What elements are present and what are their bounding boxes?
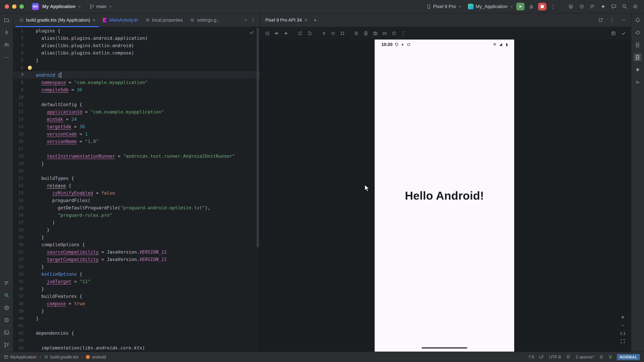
- device-selector[interactable]: Pixel 9 Pro: [426, 4, 462, 9]
- code-line[interactable]: 28 }: [14, 226, 260, 234]
- line-number[interactable]: 2: [14, 34, 24, 42]
- line-number[interactable]: 31: [14, 248, 24, 256]
- code-line[interactable]: 15 versionCode = 1: [14, 130, 260, 138]
- code-line[interactable]: 27 ): [14, 219, 260, 226]
- line-number[interactable]: 15: [14, 130, 24, 138]
- code-line[interactable]: 3 alias(libs.plugins.kotlin.android): [14, 42, 260, 49]
- line-number[interactable]: 43: [14, 337, 24, 344]
- code-line[interactable]: 30 compileOptions {: [14, 241, 260, 248]
- code-line[interactable]: 17: [14, 145, 260, 152]
- code-line[interactable]: 10: [14, 93, 260, 101]
- line-number[interactable]: 16: [14, 138, 24, 145]
- sidebar-logcat-button[interactable]: [2, 279, 10, 287]
- debug-button[interactable]: [527, 2, 535, 10]
- breadcrumb-file[interactable]: build.gradle.kts: [44, 355, 78, 360]
- code-line[interactable]: 18 testInstrumentationRunner = "androidx…: [14, 152, 260, 160]
- caret-position-widget[interactable]: 7:9: [528, 355, 534, 360]
- more-run-actions-button[interactable]: ⋮: [549, 2, 557, 10]
- line-number[interactable]: 10: [14, 93, 24, 101]
- line-number[interactable]: 29: [14, 234, 24, 241]
- phone-screen[interactable]: 10:20 Hello Android!: [375, 39, 514, 352]
- code-line[interactable]: 7android {: [14, 71, 260, 79]
- line-number[interactable]: 14: [14, 123, 24, 130]
- fold-device-button[interactable]: [352, 29, 360, 37]
- back-button[interactable]: [320, 29, 328, 37]
- sidebar-app-inspection-button[interactable]: [2, 291, 10, 299]
- app-quality-insights-button[interactable]: [634, 78, 642, 86]
- tab-settings-gradle[interactable]: settings.g...: [186, 13, 224, 27]
- code-line[interactable]: 4 alias(libs.plugins.kotlin.compose): [14, 49, 260, 57]
- gradle-tool-button[interactable]: [634, 28, 642, 36]
- screenshot-button[interactable]: [371, 29, 379, 37]
- code-line[interactable]: 37 buildFeatures {: [14, 293, 260, 300]
- home-button[interactable]: [329, 29, 337, 37]
- line-number[interactable]: 44: [14, 344, 24, 352]
- line-number[interactable]: 23: [14, 189, 24, 197]
- gemini-tool-button[interactable]: [634, 66, 642, 74]
- line-number[interactable]: 27: [14, 219, 24, 226]
- close-tab-icon[interactable]: ×: [304, 17, 307, 23]
- settings-button[interactable]: [631, 2, 639, 10]
- code-line[interactable]: 43: [14, 337, 260, 344]
- tab-options-icon[interactable]: ⋮: [250, 17, 256, 23]
- code-line[interactable]: 24 proguardFiles(: [14, 197, 260, 204]
- close-tab-icon[interactable]: ×: [92, 17, 96, 23]
- line-number[interactable]: 5: [14, 57, 24, 64]
- line-number[interactable]: 6: [14, 64, 24, 71]
- project-selector[interactable]: My Application: [42, 4, 82, 9]
- line-number[interactable]: 7: [14, 71, 24, 79]
- sidebar-problems-button[interactable]: [2, 316, 10, 324]
- line-number[interactable]: 12: [14, 108, 24, 116]
- code-line[interactable]: 34 kotlinOptions {: [14, 271, 260, 278]
- sidebar-commit-button[interactable]: [2, 28, 10, 36]
- add-device-tab-button[interactable]: +: [311, 16, 319, 24]
- feedback-button[interactable]: [610, 2, 618, 10]
- line-number[interactable]: 18: [14, 152, 24, 160]
- search-everywhere-button[interactable]: [620, 2, 628, 10]
- volume-up-button[interactable]: [273, 29, 281, 37]
- run-button[interactable]: [516, 3, 524, 10]
- line-number[interactable]: 39: [14, 307, 24, 315]
- breadcrumb-project[interactable]: MyApplication: [10, 355, 36, 360]
- line-number[interactable]: 20: [14, 167, 24, 175]
- line-number[interactable]: 42: [14, 330, 24, 337]
- power-button[interactable]: [263, 29, 271, 37]
- zoom-in-button[interactable]: +: [621, 314, 624, 320]
- branch-selector[interactable]: main: [90, 4, 112, 9]
- gemini-button[interactable]: [599, 2, 607, 10]
- tab-local-properties[interactable]: local.properties: [142, 13, 186, 27]
- code-line[interactable]: 25 getDefaultProguardFile("proguard-andr…: [14, 204, 260, 212]
- line-number[interactable]: 25: [14, 204, 24, 212]
- line-number[interactable]: 30: [14, 241, 24, 248]
- device-tab[interactable]: Pixel 9 Pro API 34 ×: [263, 17, 309, 23]
- code-line[interactable]: 9 compileSdk = 36: [14, 86, 260, 93]
- code-line[interactable]: 31 sourceCompatibility = JavaVersion.VER…: [14, 248, 260, 256]
- line-number[interactable]: 1: [14, 27, 24, 34]
- line-number[interactable]: 35: [14, 278, 24, 285]
- inspections-ok-icon[interactable]: [249, 30, 254, 35]
- code-line[interactable]: 26 "proguard-rules.pro": [14, 212, 260, 219]
- line-number[interactable]: 11: [14, 101, 24, 108]
- zoom-fit-icon[interactable]: [620, 339, 625, 344]
- encoding-widget[interactable]: UTF-8: [549, 355, 561, 360]
- code-line[interactable]: 39 }: [14, 307, 260, 315]
- line-number[interactable]: 3: [14, 42, 24, 49]
- display-mode-button[interactable]: [610, 29, 618, 37]
- hide-tool-window-button[interactable]: ─: [620, 16, 628, 24]
- line-number[interactable]: 22: [14, 182, 24, 189]
- rotate-right-button[interactable]: [306, 29, 314, 37]
- hidden-tabs-chevron-icon[interactable]: [244, 18, 248, 22]
- code-line[interactable]: 32 targetCompatibility = JavaVersion.VER…: [14, 256, 260, 263]
- notifications-button[interactable]: [634, 16, 642, 24]
- open-in-window-button[interactable]: [597, 16, 605, 24]
- editor-scrollbar[interactable]: [256, 28, 259, 247]
- code-line[interactable]: 41: [14, 322, 260, 330]
- line-number[interactable]: 17: [14, 145, 24, 152]
- sidebar-build-button[interactable]: [2, 304, 10, 312]
- gesture-navigation-bar[interactable]: [422, 347, 467, 349]
- screen-record-button[interactable]: [381, 29, 389, 37]
- ideavim-icon[interactable]: V: [609, 355, 612, 360]
- code-line[interactable]: 42dependencies {: [14, 330, 260, 337]
- line-number[interactable]: 32: [14, 256, 24, 263]
- line-separator-widget[interactable]: LF: [539, 355, 544, 360]
